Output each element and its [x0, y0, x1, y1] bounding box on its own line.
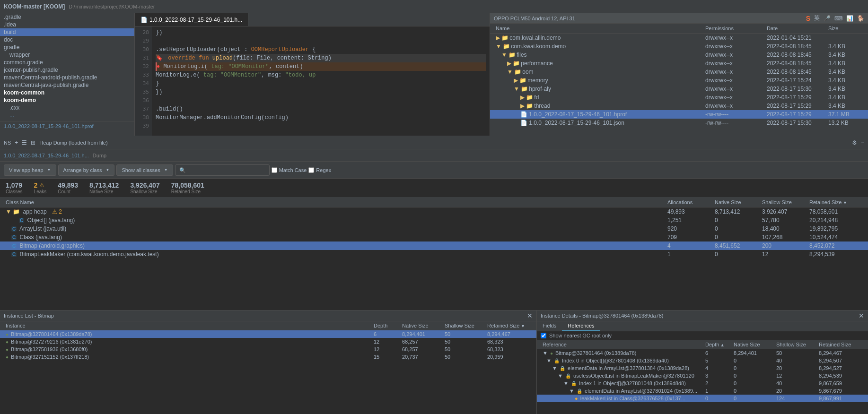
heap-area: NS + ☰ ⊞ Heap Dump (loaded from file) ⚙ …: [0, 136, 868, 414]
breakpoint-dot: ●: [157, 63, 160, 70]
tab-references[interactable]: References: [562, 321, 600, 331]
sidebar-item-gradle[interactable]: .gradle: [0, 13, 134, 21]
sidebar-item-jcenter[interactable]: jcenter-publish.gradle: [0, 66, 134, 74]
sidebar-item-wrapper[interactable]: wrapper: [0, 51, 134, 59]
dropdown-arrow: ▼: [105, 168, 109, 172]
ft-col-size: Size: [826, 25, 864, 32]
col-retained-size[interactable]: Retained Size: [807, 198, 864, 206]
sidebar-item-maven-java[interactable]: mavenCentral-java-publish.gradle: [0, 81, 134, 89]
col-instance[interactable]: Instance: [4, 322, 372, 329]
col-shallow[interactable]: Shallow Size: [443, 322, 485, 329]
logo-icon: S: [806, 15, 810, 22]
table-row[interactable]: ● Bitmap@327152152 (0x137ff218) 15 20,73…: [0, 353, 536, 361]
native-size-value: 8,713,412: [89, 181, 119, 189]
sidebar-item-idea[interactable]: .idea: [0, 21, 134, 28]
class-icon: C: [19, 218, 24, 223]
table-row[interactable]: ▼ 🔒 uselessObjectList in BitmapLeakMaker…: [537, 372, 868, 380]
list-item[interactable]: ▶ 📁memory drwxrwx--x 2022-08-17 15:24 3.…: [490, 76, 868, 85]
ref-col-depth[interactable]: Depth: [703, 341, 732, 348]
tab-fields[interactable]: Fields: [537, 321, 562, 331]
list-item[interactable]: ▶ 📁thread drwxrwx--x 2022-08-17 15:29 3.…: [490, 102, 868, 110]
search-input[interactable]: [175, 164, 270, 176]
col-native[interactable]: Native Size: [400, 322, 443, 329]
table-row[interactable]: ▼ 🔒 Index 0 in Object[]@327801408 (0x138…: [537, 357, 868, 364]
match-case-checkbox[interactable]: [272, 167, 277, 173]
col-retained[interactable]: Retained Size: [485, 322, 533, 329]
show-all-classes-button[interactable]: Show all classes ▼: [116, 164, 173, 176]
list-item[interactable]: ▼ 📁oom drwxrwx--x 2022-08-08 18:45 3.4 K…: [490, 68, 868, 76]
shallow-size-label: Shallow Size: [130, 189, 159, 194]
table-row[interactable]: C Class (java.lang) 709 0 107,268 10,524…: [0, 233, 868, 242]
table-row[interactable]: ▼ 🔒 elementData in ArrayList@327801384 (…: [537, 364, 868, 372]
regex-checkbox[interactable]: [308, 167, 314, 173]
sidebar-item-koom-common[interactable]: koom-common: [0, 89, 134, 96]
list-item[interactable]: ▼ 📁com.kwai.koom.demo drwxrwx--x 2022-08…: [490, 42, 868, 51]
ref-col-reference[interactable]: Reference: [541, 341, 703, 348]
project-title: KOOM-master [KOOM]: [4, 3, 65, 10]
list-item[interactable]: ▼ 📁hprof-aly drwxrwx--x 2022-08-17 15:30…: [490, 85, 868, 93]
list-item[interactable]: 📄 1.0.0_2022-08-17_15-29-46_101.hprof -r…: [490, 110, 868, 119]
close-details-button[interactable]: ✕: [859, 312, 864, 319]
table-row[interactable]: C Object[] (java.lang) 1,251 0 57,780 20…: [0, 216, 868, 224]
table-row[interactable]: ▼ 🔒 Index 1 in Object[]@327801048 (0x138…: [537, 380, 868, 387]
retained-size-value: 78,058,601: [171, 181, 204, 189]
list-item[interactable]: ▶ 📁com.kwai.allin.demo drwxrwx--x 2022-0…: [490, 34, 868, 42]
table-row[interactable]: ▼ ● Bitmap@327801464 (0x1389da78) 6 8,29…: [537, 349, 868, 357]
heap-toolbar: View app heap ▼ Arrange by class ▼ Show …: [0, 162, 868, 179]
ref-col-retained[interactable]: Retained Size: [817, 341, 864, 348]
col-depth[interactable]: Depth: [372, 322, 400, 329]
code-content: }) .setReportUploader(object : OOMReport…: [152, 26, 490, 136]
table-row[interactable]: C ArrayList (java.util) 920 0 18,400 19,…: [0, 224, 868, 233]
table-row[interactable]: ▼ 🔒 elementData in ArrayList@327801024 (…: [537, 387, 868, 395]
ref-col-shallow[interactable]: Shallow Size: [774, 341, 817, 348]
arrange-by-class-button[interactable]: Arrange by class ▼: [58, 164, 115, 176]
lock-icon: 🔒: [560, 366, 565, 371]
list-item[interactable]: ▶ 📁performance drwxrwx--x 2022-08-08 18:…: [490, 59, 868, 68]
sidebar-item-gradle2[interactable]: gradle: [0, 43, 134, 51]
list-item[interactable]: 📄 1.0.0_2022-08-17_15-29-46_101.json -rw…: [490, 119, 868, 127]
warn-badge: ⚠ 2: [52, 208, 62, 215]
sidebar-item-common-gradle[interactable]: common.gradle: [0, 59, 134, 66]
close-panel-button[interactable]: ✕: [527, 312, 533, 319]
table-row[interactable]: ● Bitmap@327279216 (0x1381e270) 12 68,25…: [0, 338, 536, 345]
table-row[interactable]: ▼ 📁 app heap ⚠ 2 49,893 8,713,412 3,926,…: [0, 207, 868, 216]
col-class-name[interactable]: Class Name: [4, 198, 666, 206]
regex-label: Regex: [308, 167, 331, 173]
folder-icon: ▶ 📁: [496, 34, 509, 41]
show-gc-root-checkbox[interactable]: [541, 333, 546, 338]
sidebar-item-doc[interactable]: doc: [0, 36, 134, 43]
table-row[interactable]: ● leakMakerList in Class@326376528 (0x13…: [537, 395, 868, 402]
editor-tab-main[interactable]: 📄 1.0.0_2022-08-17_15-29-46_101.h...: [135, 13, 248, 26]
heap-file-label[interactable]: 1.0.0_2022-08-17_15-29-46_101.hprof: [4, 123, 131, 129]
list-item[interactable]: ▶ 📁fd drwxrwx--x 2022-08-17 15:29 3.4 KB: [490, 93, 868, 102]
sidebar-item-build[interactable]: build: [0, 28, 134, 36]
stat-leaks: 2 ⚠ Leaks: [34, 181, 47, 194]
sidebar-item-more[interactable]: ...: [0, 112, 134, 119]
sidebar-item-cxx[interactable]: .cxx: [0, 104, 134, 112]
list-item[interactable]: ▼ 📁files drwxrwx--x 2022-08-08 18:45 3.4…: [490, 51, 868, 59]
table-row[interactable]: C BitmapLeakMaker (com.kwai.koom.demo.ja…: [0, 250, 868, 259]
ref-header: Reference Depth Native Size Shallow Size…: [537, 340, 868, 349]
file-icon: 📄: [520, 111, 529, 118]
list-icon[interactable]: ☰: [22, 139, 27, 146]
table-row[interactable]: ● Bitmap@327801464 (0x1389da78) 6 8,294,…: [0, 330, 536, 338]
ref-col-native[interactable]: Native Size: [732, 341, 774, 348]
grid-icon[interactable]: ⊞: [31, 139, 35, 146]
title-bar: KOOM-master [KOOM] D:\miniwan\testprojec…: [0, 0, 868, 13]
gear-settings[interactable]: ⚙: [852, 139, 857, 146]
lock-icon: 🔒: [571, 381, 577, 386]
col-shallow-size[interactable]: Shallow Size: [760, 198, 807, 206]
mic-icon: 🎤: [824, 15, 831, 22]
sidebar-item-koom-demo[interactable]: koom-demo: [0, 96, 134, 104]
folder-icon: ▼ 📁: [501, 52, 516, 58]
table-row[interactable]: C Bitmap (android.graphics) 4 8,451,652 …: [0, 242, 868, 250]
col-native-size[interactable]: Native Size: [713, 198, 760, 206]
view-app-heap-button[interactable]: View app heap ▼: [4, 164, 56, 176]
col-allocations[interactable]: Allocations: [666, 198, 713, 206]
table-row[interactable]: ● Bitmap@327581936 (0x13680f0) 12 68,257…: [0, 345, 536, 353]
add-icon[interactable]: +: [15, 139, 18, 146]
minus-icon[interactable]: −: [861, 139, 864, 146]
sidebar-item-maven-android[interactable]: mavenCentral-android-publish.gradle: [0, 74, 134, 81]
stat-retained-size: 78,058,601 Retained Size: [171, 181, 204, 194]
folder-icon: ▶ 📁: [520, 103, 533, 109]
